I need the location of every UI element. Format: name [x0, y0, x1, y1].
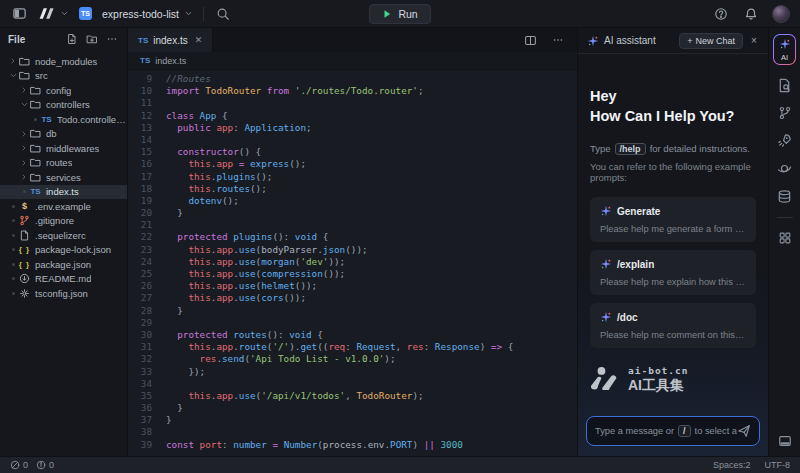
code-text: import TodoRouter from './routes/Todo.ro…: [166, 85, 424, 97]
indentation-setting[interactable]: Spaces:2: [713, 460, 751, 470]
code-line-14: 14: [128, 134, 577, 146]
error-icon: [10, 460, 20, 470]
code-text: //Routes: [166, 73, 211, 85]
prompt-description: Please help me generate a form code.: [600, 224, 746, 234]
send-icon[interactable]: [737, 424, 751, 438]
new-chat-button[interactable]: + New Chat: [679, 33, 743, 49]
line-number: 35: [128, 390, 166, 402]
tree-item-.sequelizerc[interactable]: .sequelizerc: [0, 228, 127, 243]
modified-dot: [8, 219, 18, 222]
prompt-card-Generate[interactable]: GeneratePlease help me generate a form c…: [590, 197, 756, 242]
app-logo[interactable]: [38, 5, 69, 23]
code-text: }: [166, 414, 172, 426]
preview-icon[interactable]: [777, 161, 792, 176]
tree-item-label: db: [46, 128, 57, 139]
code-line-9: 9//Routes: [128, 73, 577, 85]
tree-item-label: README.md: [35, 273, 91, 284]
prompt-card-doc[interactable]: /docPlease help me comment on this code.: [590, 303, 756, 348]
apps-grid-icon[interactable]: [778, 231, 792, 245]
bell-icon[interactable]: [742, 5, 760, 23]
deploy-icon[interactable]: [777, 133, 792, 148]
split-editor-icon[interactable]: [521, 31, 539, 49]
folder-icon: [29, 157, 42, 168]
code-line-34: 34: [128, 378, 577, 390]
run-button[interactable]: Run: [369, 4, 430, 24]
tree-item-config[interactable]: config: [0, 83, 127, 98]
tree-item-package-lock.json[interactable]: { }package-lock.json: [0, 243, 127, 258]
code-line-13: 13 public app: Application;: [128, 122, 577, 134]
tree-item-README.md[interactable]: README.md: [0, 272, 127, 287]
typescript-icon: TS: [40, 115, 53, 124]
chevron-right-icon: [19, 159, 29, 167]
search-icon[interactable]: [214, 5, 232, 23]
code-text: constructor() {: [166, 146, 261, 158]
tree-item-label: tsconfig.json: [35, 288, 88, 299]
watermark-logo-icon: [590, 366, 620, 392]
tree-item-package.json[interactable]: { }package.json: [0, 257, 127, 272]
tree-item-Todo.controller.ts[interactable]: TSTodo.controller.ts: [0, 112, 127, 127]
more-icon[interactable]: [549, 31, 567, 49]
tree-item-routes[interactable]: routes: [0, 156, 127, 171]
chat-input[interactable]: Type a message or / to select a instruct…: [586, 416, 760, 446]
code-text: res.send('Api Todo List - v1.0.0');: [166, 353, 396, 365]
encoding-setting[interactable]: UTF-8: [765, 460, 791, 470]
code-area[interactable]: 9//Routes10import TodoRouter from './rou…: [128, 70, 577, 456]
chevron-right-icon: [19, 86, 29, 94]
avatar[interactable]: [772, 5, 790, 23]
ai-assistant-tab[interactable]: AI: [773, 34, 796, 65]
chevron-right-icon: [19, 144, 29, 152]
tree-item-label: index.ts: [46, 186, 79, 197]
right-icon-strip: AI: [769, 28, 800, 456]
help-icon[interactable]: [712, 5, 730, 23]
code-line-22: 22 protected plugins(): void {: [128, 231, 577, 243]
more-icon[interactable]: [105, 32, 119, 46]
code-text: this.app.use(cors());: [166, 292, 306, 304]
info-count[interactable]: 0: [36, 460, 54, 470]
git-branch-icon[interactable]: [778, 106, 792, 120]
database-icon[interactable]: [777, 189, 792, 204]
close-icon[interactable]: ✕: [195, 35, 203, 45]
line-number: 29: [128, 317, 166, 329]
code-text: this.app = express();: [166, 158, 306, 170]
tree-item-src[interactable]: src: [0, 69, 127, 84]
code-text: dotenv();: [166, 195, 239, 207]
tree-item-middlewares[interactable]: middlewares: [0, 141, 127, 156]
line-number: 14: [128, 134, 166, 146]
code-text: });: [166, 366, 205, 378]
tree-item-index.ts[interactable]: TSindex.ts: [0, 185, 127, 200]
editor-tab-bar: TS index.ts ✕: [128, 28, 577, 52]
code-line-12: 12class App {: [128, 110, 577, 122]
code-line-20: 20 }: [128, 207, 577, 219]
slash-keycap: /: [678, 425, 691, 437]
new-file-icon[interactable]: [65, 32, 79, 46]
tree-item-services[interactable]: services: [0, 170, 127, 185]
tree-item-db[interactable]: db: [0, 127, 127, 142]
doc-search-icon[interactable]: [777, 78, 792, 93]
line-number: 12: [128, 110, 166, 122]
tree-item-.gitignore[interactable]: .gitignore: [0, 214, 127, 229]
folder-icon: [29, 143, 42, 154]
line-number: 39: [128, 439, 166, 451]
bottom-panel-icon[interactable]: [778, 434, 792, 448]
error-count[interactable]: 0: [10, 460, 28, 470]
prompt-card-explain[interactable]: /explainPlease help me explain how this …: [590, 250, 756, 295]
tree-item-tsconfig.json[interactable]: tsconfig.json: [0, 286, 127, 301]
code-line-10: 10import TodoRouter from './routes/Todo.…: [128, 85, 577, 97]
tree-item-controllers[interactable]: controllers: [0, 98, 127, 113]
git-icon: [18, 215, 31, 226]
line-number: 10: [128, 85, 166, 97]
tab-index-ts[interactable]: TS index.ts ✕: [128, 28, 213, 52]
breadcrumb[interactable]: TS index.ts: [128, 52, 577, 70]
new-folder-icon[interactable]: [85, 32, 99, 46]
code-text: }: [166, 305, 183, 317]
tree-item-label: package.json: [35, 259, 91, 270]
close-icon[interactable]: ×: [748, 32, 760, 50]
tree-item-.env.example[interactable]: $.env.example: [0, 199, 127, 214]
sidebar-toggle-icon[interactable]: [10, 5, 28, 23]
sparkle-icon: [600, 311, 612, 325]
tree-item-node_modules[interactable]: node_modules: [0, 54, 127, 69]
typescript-icon: TS: [138, 36, 148, 45]
modified-dot: [19, 190, 29, 193]
project-name[interactable]: express-todo-list: [102, 5, 193, 23]
code-line-11: 11: [128, 97, 577, 109]
